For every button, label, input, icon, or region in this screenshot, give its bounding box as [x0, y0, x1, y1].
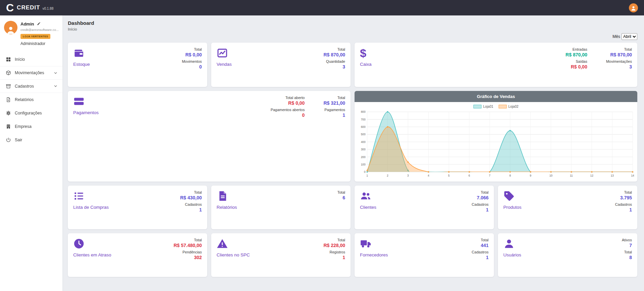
main-content: Dashboard Início Mês Abril Estoque Total…: [62, 15, 644, 277]
stat-value: R$ 870,00: [565, 52, 587, 57]
stat-value: 0: [182, 64, 202, 69]
card-title-clientes[interactable]: Clientes: [360, 205, 376, 210]
stat-value: R$ 430,00: [180, 195, 202, 200]
stat-value: 3: [606, 64, 632, 69]
stat-label: Total: [622, 250, 632, 254]
stat-label: Total: [323, 47, 345, 51]
card-title-usuarios[interactable]: Usuários: [503, 252, 521, 257]
stat-label: Cadastros: [472, 250, 489, 254]
chart-line-icon: [217, 47, 228, 59]
store-badge: LOJA VERTENTES: [20, 34, 50, 39]
card-clientes: Clientes Total7.066 Cadastros1: [355, 186, 494, 229]
page-title: Dashboard: [68, 20, 637, 26]
svg-text:6: 6: [468, 174, 470, 177]
stat-value: R$ 321,00: [323, 100, 345, 106]
user-name: Admin: [20, 21, 34, 27]
card-usuarios: Usuários Ativos7 Total8: [498, 233, 637, 277]
stat-label: Movimentos: [182, 59, 202, 63]
stat-value: R$ 0,00: [565, 64, 587, 69]
stat-label: Saídas: [565, 59, 587, 63]
user-email: credit@anronsoftware.co...: [20, 28, 58, 32]
stat-value: 441: [472, 243, 489, 248]
box-icon: [6, 70, 11, 76]
card-title-fornecedores[interactable]: Fornecedores: [360, 252, 388, 257]
topbar: C CREDIT v0.1.88: [0, 0, 644, 15]
credit-cards-icon: [73, 96, 85, 107]
chart-legend: Loja01 Loja02: [355, 102, 637, 109]
card-title-lista-de-compras[interactable]: Lista de Compras: [73, 205, 109, 210]
svg-text:14: 14: [631, 174, 634, 177]
warning-icon: [217, 238, 228, 249]
card-title-estoque[interactable]: Estoque: [73, 62, 90, 67]
sidebar-nav: Início Movimentações Cadastros Relató: [0, 53, 62, 147]
card-title-clientes-no-spc[interactable]: Clientes no SPC: [217, 252, 250, 257]
sidebar-item-inicio[interactable]: Início: [0, 53, 62, 66]
dashboard-grid: Estoque TotalR$ 0,00 Movimentos0 Vendas …: [68, 43, 637, 277]
stat-value: 1: [180, 207, 202, 212]
stat-value: R$ 228,00: [323, 243, 345, 248]
sidebar-item-cadastros[interactable]: Cadastros: [0, 80, 62, 93]
card-title-clientes-em-atraso[interactable]: Clientes em Atraso: [73, 252, 111, 257]
stat-value: 6: [337, 195, 345, 200]
month-select[interactable]: Abril: [622, 33, 637, 40]
svg-text:12: 12: [590, 174, 594, 177]
card-relatorios: Relatórios Total6: [211, 186, 351, 229]
svg-text:4: 4: [428, 174, 429, 177]
svg-text:300: 300: [361, 148, 366, 151]
svg-text:700: 700: [361, 118, 366, 121]
sidebar-item-empresa[interactable]: Empresa: [0, 120, 62, 133]
stat-label: Total: [182, 47, 202, 51]
power-icon: [6, 137, 11, 143]
stat-label: Total: [323, 96, 345, 100]
users-icon: [360, 190, 371, 202]
stat-value: R$ 0,00: [182, 52, 202, 57]
user-avatar-button[interactable]: [629, 3, 638, 12]
card-title-vendas[interactable]: Vendas: [217, 62, 232, 67]
stat-label: Total: [180, 190, 202, 194]
card-title-relatorios[interactable]: Relatórios: [217, 205, 237, 210]
stat-label: Registros: [323, 250, 345, 254]
svg-text:600: 600: [361, 125, 366, 129]
stat-value: 1: [615, 207, 632, 212]
legend-label: Loja02: [508, 105, 518, 108]
stat-label: Total: [615, 190, 632, 194]
svg-text:2: 2: [387, 174, 388, 177]
stat-label: Total: [323, 238, 345, 242]
stat-label: Cadastros: [180, 202, 202, 206]
dollar-icon: $: [360, 47, 372, 59]
svg-text:7: 7: [489, 174, 491, 177]
legend-loja02[interactable]: Loja02: [499, 105, 518, 108]
nav-label: Sair: [15, 138, 58, 142]
sidebar-item-relatorios[interactable]: Relatórios: [0, 93, 62, 106]
svg-text:500: 500: [361, 133, 366, 136]
stat-label: Total: [606, 47, 632, 51]
chevron-down-icon: [53, 84, 58, 88]
archive-icon: [6, 84, 11, 89]
stat-label: Total aberto: [271, 96, 305, 100]
legend-loja01[interactable]: Loja01: [473, 105, 493, 108]
building-icon: [6, 124, 11, 129]
edit-profile-icon[interactable]: [37, 21, 41, 27]
wallet-icon: [73, 47, 85, 59]
stat-label: Pagamentos: [323, 108, 345, 112]
stat-value: R$ 57.480,00: [174, 243, 202, 248]
svg-text:1: 1: [366, 174, 368, 177]
nav-label: Início: [15, 57, 58, 62]
sidebar-item-movimentacoes[interactable]: Movimentações: [0, 66, 62, 80]
stat-label: Pagamentos abertos: [271, 108, 305, 112]
stat-label: Entradas: [565, 47, 587, 51]
stat-value: R$ 870,00: [323, 52, 345, 57]
stat-label: Ativos: [622, 238, 632, 242]
sidebar-item-configuracoes[interactable]: Configurações: [0, 106, 62, 120]
legend-swatch-loja01: [473, 105, 481, 108]
card-title-pagamentos[interactable]: Pagamentos: [73, 110, 99, 115]
file-icon: [217, 190, 228, 202]
card-title-produtos[interactable]: Produtos: [503, 205, 521, 210]
sidebar-item-sair[interactable]: Sair: [0, 133, 62, 147]
svg-text:0: 0: [364, 170, 366, 174]
sales-chart-panel: Gráfico de Vendas Loja01 Loja02 01002003…: [355, 91, 637, 182]
nav-label: Movimentações: [15, 70, 53, 75]
card-title-caixa[interactable]: Caixa: [360, 62, 372, 67]
svg-text:100: 100: [361, 163, 366, 166]
card-clientes-em-atraso: Clientes em Atraso TotalR$ 57.480,00 Pen…: [68, 233, 207, 277]
